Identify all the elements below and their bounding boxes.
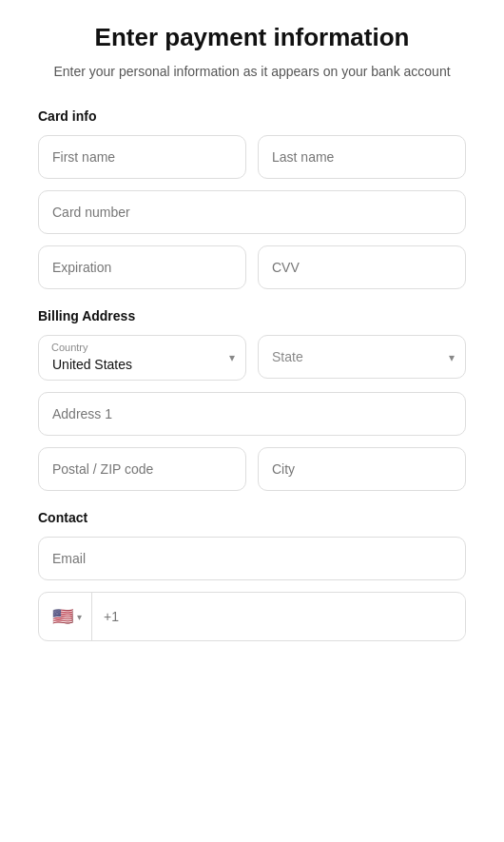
cvv-field [258, 245, 466, 289]
first-name-field [38, 135, 246, 179]
city-input[interactable] [258, 447, 466, 491]
billing-label: Billing Address [38, 308, 466, 323]
contact-label: Contact [38, 510, 466, 525]
expiration-input[interactable] [38, 245, 246, 289]
name-row [38, 135, 466, 179]
card-info-section: Card info [38, 108, 466, 289]
cvv-input[interactable] [258, 245, 466, 289]
page-subtitle: Enter your personal information as it ap… [38, 62, 466, 82]
address1-row [38, 392, 466, 436]
phone-country-selector[interactable]: 🇺🇸 ▾ [39, 593, 92, 640]
card-number-input[interactable] [38, 190, 466, 234]
country-select[interactable]: United States [38, 335, 246, 381]
postal-city-row [38, 447, 466, 491]
phone-row: 🇺🇸 ▾ [38, 592, 466, 641]
email-input[interactable] [38, 537, 466, 580]
country-state-row: Country United States ▾ State ▾ [38, 335, 466, 381]
state-field: State ▾ [258, 335, 466, 381]
phone-field: 🇺🇸 ▾ [38, 592, 466, 641]
billing-section: Billing Address Country United States ▾ … [38, 308, 466, 491]
country-field: Country United States ▾ [38, 335, 246, 381]
address1-field [38, 392, 466, 436]
email-field [38, 537, 466, 580]
first-name-input[interactable] [38, 135, 246, 179]
postal-input[interactable] [38, 447, 246, 491]
card-number-row [38, 190, 466, 234]
page-title: Enter payment information [38, 23, 466, 52]
phone-wrapper: 🇺🇸 ▾ [38, 592, 466, 641]
card-number-field [38, 190, 466, 234]
postal-field [38, 447, 246, 491]
last-name-field [258, 135, 466, 179]
email-row [38, 537, 466, 580]
city-field [258, 447, 466, 491]
phone-input[interactable] [92, 596, 465, 637]
expiry-cvv-row [38, 245, 466, 289]
us-flag-icon: 🇺🇸 [52, 606, 73, 627]
last-name-input[interactable] [258, 135, 466, 179]
phone-chevron-icon: ▾ [77, 612, 82, 622]
address1-input[interactable] [38, 392, 466, 436]
card-info-label: Card info [38, 108, 466, 124]
expiration-field [38, 245, 246, 289]
state-select[interactable]: State [258, 335, 466, 379]
contact-section: Contact 🇺🇸 ▾ [38, 510, 466, 641]
